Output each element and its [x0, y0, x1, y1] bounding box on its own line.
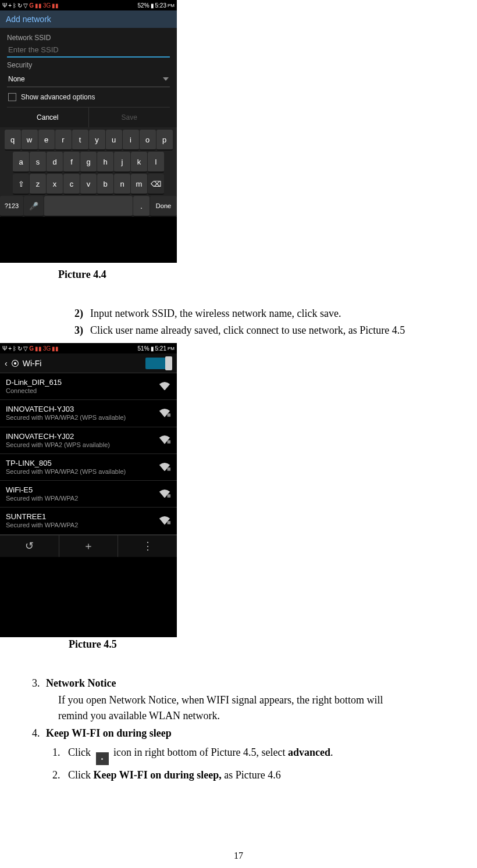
caption-4-5: Picture 4.5 [69, 638, 477, 651]
svg-rect-3 [168, 494, 170, 497]
step-3-text: Click user name already saved, click con… [90, 324, 405, 336]
key-p[interactable]: p [156, 130, 173, 151]
back-icon[interactable]: ‹ [5, 359, 8, 368]
wifi-network-item[interactable]: WiFi-E5Secured with WPA/WPA2 [0, 481, 177, 508]
key-i[interactable]: i [123, 130, 139, 151]
key-n[interactable]: n [114, 174, 130, 195]
status-bar: Ψ + ᛒ ↻ ▽ G ▮▮ 3G ▮▮ 51% ▮ 5:21 PM [0, 343, 177, 353]
add-network-dialog: Network SSID Security None Show advanced… [0, 28, 177, 127]
key-b[interactable]: b [97, 174, 113, 195]
key-mic[interactable]: 🎤 [24, 196, 44, 217]
wifi-name: D-Link_DIR_615 [6, 378, 62, 387]
wifi-sub: Secured with WPA/WPA2 [6, 521, 78, 529]
svg-rect-0 [168, 413, 170, 416]
cancel-button[interactable]: Cancel [7, 108, 89, 127]
key-o[interactable]: o [140, 130, 156, 151]
security-dropdown[interactable]: None [7, 72, 170, 87]
key-x[interactable]: x [47, 174, 63, 195]
key-y[interactable]: y [89, 130, 105, 151]
key-g[interactable]: g [80, 152, 97, 173]
wps-button[interactable]: ↺ [0, 535, 59, 557]
wifi-signal-lock-icon [158, 409, 171, 418]
svg-rect-4 [168, 521, 170, 524]
section-3-title: Network Notice [46, 677, 116, 689]
key-e[interactable]: e [38, 130, 55, 151]
clock-pm: PM [168, 346, 175, 351]
save-button[interactable]: Save [89, 108, 170, 127]
wifi-name: INNOVATECH-YJ03 [6, 405, 126, 413]
ssid-input[interactable] [7, 43, 170, 58]
key-symbols[interactable]: ?123 [0, 196, 23, 217]
key-u[interactable]: u [106, 130, 122, 151]
step-2-num: 2) [74, 308, 83, 319]
key-space[interactable] [44, 196, 133, 217]
network-3g: 3G [43, 2, 51, 9]
status-bar: Ψ + ᛒ ↻ ▽ G ▮▮ 3G ▮▮ 52% ▮ 5:23 PM [0, 0, 177, 10]
sync-icon: ↻ [17, 2, 22, 9]
key-l[interactable]: l [148, 152, 164, 173]
battery-icon: ▮ [151, 345, 154, 352]
key-j[interactable]: j [114, 152, 130, 173]
wifi-sub: Connected [6, 387, 62, 395]
g-icon: G [29, 2, 34, 9]
section-4-item-1: 1. Click icon in right bottom of Picture… [52, 742, 477, 766]
dialog-button-row: Cancel Save [7, 107, 170, 127]
key-q[interactable]: q [5, 130, 21, 151]
step-2: 2)Input network SSID, the wireless netwo… [74, 306, 477, 322]
wifi-title: Wi-Fi [23, 359, 42, 368]
wifi-name: TP-LINK_805 [6, 459, 126, 467]
chevron-down-icon [163, 77, 169, 81]
ssid-label: Network SSID [7, 34, 170, 42]
checkbox-icon[interactable] [8, 93, 16, 101]
wifi-list: D-Link_DIR_615Connected INNOVATECH-YJ03S… [0, 373, 177, 535]
menu-button[interactable]: ⋮ [118, 535, 177, 557]
key-done[interactable]: Done [150, 196, 177, 217]
key-m[interactable]: m [131, 174, 147, 195]
item1-num: 1. [52, 746, 60, 758]
step-3: 3)Click user name already saved, click c… [74, 323, 477, 338]
sync-icon: ↻ [17, 345, 22, 352]
screenshot-picture-4-4: Ψ + ᛒ ↻ ▽ G ▮▮ 3G ▮▮ 52% ▮ 5:23 PM Add n… [0, 0, 177, 263]
key-t[interactable]: t [72, 130, 88, 151]
g-icon: G [29, 345, 34, 352]
plus-icon: + [8, 345, 12, 352]
wifi-network-item[interactable]: D-Link_DIR_615Connected [0, 373, 177, 400]
key-dot[interactable]: . [133, 196, 149, 217]
section-3-body-l1: If you open Network Notice, when WIFI si… [58, 692, 477, 709]
key-shift[interactable]: ⇧ [13, 174, 29, 195]
key-h[interactable]: h [97, 152, 113, 173]
security-label: Security [7, 61, 170, 69]
wifi-network-item[interactable]: INNOVATECH-YJ02Secured with WPA2 (WPS av… [0, 427, 177, 454]
svg-rect-2 [168, 467, 170, 470]
show-advanced-row[interactable]: Show advanced options [7, 87, 170, 107]
key-backspace[interactable]: ⌫ [148, 174, 164, 195]
wifi-sub: Secured with WPA2 (WPS available) [6, 441, 110, 449]
security-value: None [8, 75, 25, 83]
wifi-icon: ⦿ [11, 359, 19, 368]
wifi-network-item[interactable]: TP-LINK_805Secured with WPA/WPA2 (WPS av… [0, 454, 177, 481]
plus-icon: + [8, 2, 12, 9]
wifi-sub: Secured with WPA/WPA2 (WPS available) [6, 467, 126, 476]
wifi-toggle[interactable]: I [145, 358, 172, 369]
key-d[interactable]: d [47, 152, 63, 173]
key-f[interactable]: f [63, 152, 80, 173]
item2-num: 2. [52, 769, 60, 781]
key-a[interactable]: a [13, 152, 29, 173]
wifi-network-item[interactable]: SUNTREE1Secured with WPA/WPA2 [0, 508, 177, 534]
key-k[interactable]: k [131, 152, 147, 173]
key-v[interactable]: v [80, 174, 97, 195]
wifi-signal-lock-icon [158, 435, 171, 445]
item2-pre: Click [68, 769, 94, 781]
section-4-num: 4. [32, 727, 40, 739]
key-c[interactable]: c [63, 174, 80, 195]
wifi-network-item[interactable]: INNOVATECH-YJ03Secured with WPA/WPA2 (WP… [0, 400, 177, 427]
battery-pct: 51% [138, 345, 149, 352]
key-s[interactable]: s [30, 152, 46, 173]
key-z[interactable]: z [30, 174, 46, 195]
item2-end: as Picture 4.6 [222, 769, 281, 781]
bars-icon: ▮▮ [52, 2, 59, 9]
key-r[interactable]: r [55, 130, 72, 151]
key-w[interactable]: w [22, 130, 38, 151]
add-network-button[interactable]: ＋ [59, 535, 118, 557]
item1-pre: Click [68, 746, 94, 758]
